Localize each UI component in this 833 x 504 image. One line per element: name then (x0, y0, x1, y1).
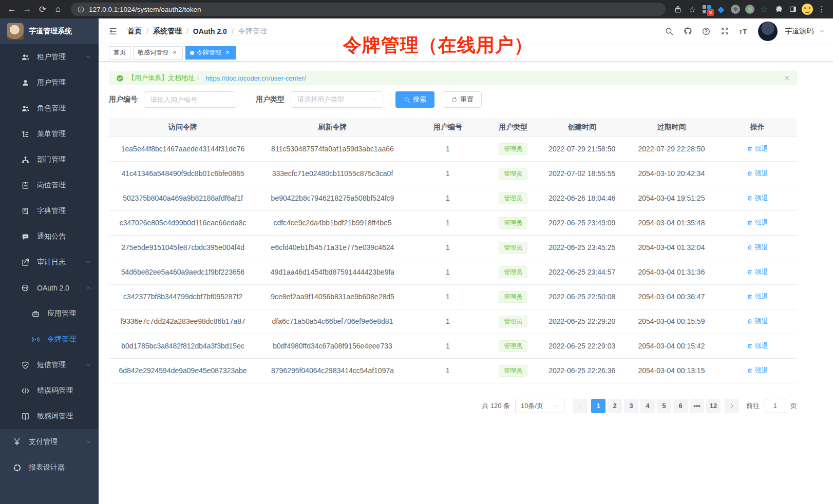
sidebar-item-menu[interactable]: 菜单管理 (0, 121, 99, 147)
audit-icon (21, 258, 30, 267)
browser-forward-button[interactable]: → (21, 3, 34, 16)
prev-page-button[interactable] (573, 399, 587, 413)
browser-menu-icon[interactable]: ⋮ (816, 3, 828, 15)
extensions-puzzle-icon[interactable] (772, 3, 785, 15)
page-button-2[interactable]: 2 (608, 399, 622, 413)
user-type-select[interactable]: 请选择用户类型 (291, 91, 383, 108)
sidebar-item-sensitive-word[interactable]: 敏感词管理 (0, 403, 99, 429)
breadcrumb-oauth2[interactable]: OAuth 2.0 (193, 27, 227, 35)
page-button-12[interactable]: 12 (706, 399, 721, 413)
sidebar-item-post[interactable]: 岗位管理 (0, 172, 99, 198)
force-logout-button[interactable]: 强退 (747, 267, 768, 277)
sidebar-item-audit-log[interactable]: 审计日志 (0, 249, 99, 275)
force-logout-button[interactable]: 强退 (747, 169, 768, 178)
sidebar-item-error-code[interactable]: 错误码管理 (0, 378, 99, 403)
sidebar-menu: 租户管理用户管理角色管理菜单管理部门管理岗位管理字典管理通知公告审计日志OAut… (0, 44, 99, 504)
page-button-6[interactable]: 6 (673, 399, 688, 413)
profile-avatar[interactable] (801, 3, 813, 15)
app-logo-bar[interactable]: 芋道管理系统 (0, 18, 99, 44)
sidebar-item-dept[interactable]: 部门管理 (0, 147, 99, 172)
page-info-icon[interactable] (77, 6, 85, 13)
user-menu-caret-icon[interactable] (819, 28, 825, 34)
next-page-button[interactable] (725, 399, 739, 413)
sidebar-item-dict[interactable]: 字典管理 (0, 198, 99, 224)
user-type-tag: 管理员 (499, 242, 527, 254)
notice-icon (21, 232, 30, 241)
sidebar-item-oauth2-token[interactable]: 令牌管理 (0, 326, 99, 352)
search-icon[interactable] (661, 24, 677, 39)
username[interactable]: 芋道源码 (785, 27, 813, 36)
force-logout-button[interactable]: 强退 (747, 366, 768, 375)
page-button-4[interactable]: 4 (640, 399, 655, 413)
avatar[interactable] (758, 22, 778, 41)
user-type-tag: 管理员 (499, 192, 527, 204)
cell-access-token: 1ea5e44f8bc1467aaede43144f31de76 (109, 137, 257, 161)
report-icon (12, 463, 22, 472)
extension-star-icon[interactable]: ☆ (758, 3, 770, 15)
browser-home-button[interactable]: ⌂ (51, 3, 65, 16)
page-size-select[interactable]: 10条/页 (515, 399, 564, 413)
goto-page-input[interactable] (765, 399, 785, 413)
sidebar-item-role[interactable]: 角色管理 (0, 95, 99, 121)
fullscreen-icon[interactable] (717, 24, 732, 39)
extension-record-icon[interactable] (744, 3, 756, 15)
breadcrumb-system[interactable]: 系统管理 (153, 27, 182, 36)
cell-user-type: 管理员 (487, 186, 539, 210)
sidebar-item-oauth2[interactable]: OAuth 2.0 (0, 275, 99, 301)
sidebar-item-user[interactable]: 用户管理 (0, 70, 99, 95)
tab-oauth2-token[interactable]: 令牌管理 ✕ (185, 46, 236, 60)
extension-circle-icon[interactable]: ✱ (729, 3, 742, 15)
share-button[interactable] (672, 3, 684, 15)
alert-link[interactable]: https://doc.iocoder.cn/user-center/ (205, 74, 306, 82)
font-size-icon[interactable]: TT (735, 24, 751, 39)
sidebar-item-sms[interactable]: 短信管理 (0, 352, 99, 378)
close-icon[interactable]: ✕ (224, 49, 231, 56)
sidebar-collapse-button[interactable] (106, 24, 120, 38)
column-header: 访问令牌 (109, 118, 257, 137)
force-logout-button[interactable]: 强退 (747, 144, 768, 153)
browser-reload-button[interactable]: ⟳ (36, 3, 49, 16)
github-icon[interactable] (680, 24, 695, 39)
extension-badge: 9 (707, 9, 714, 16)
chevron-down-icon (85, 439, 91, 445)
force-logout-button[interactable]: 强退 (747, 243, 768, 252)
breadcrumb-home[interactable]: 首页 (127, 27, 142, 36)
cell-action: 强退 (718, 284, 797, 309)
extension-grid-icon[interactable]: 9 (701, 3, 713, 15)
trash-icon (747, 367, 753, 374)
sidebar-item-pay[interactable]: 支付管理 (0, 429, 99, 455)
force-logout-button[interactable]: 强退 (747, 218, 768, 227)
page-button-1[interactable]: 1 (591, 399, 605, 413)
cell-access-token: b0d1785bc3a8482f812db4a3f3bd15ec (109, 334, 257, 358)
browser-address-bar[interactable]: 127.0.0.1:1024/system/oauth2/token (71, 3, 666, 16)
force-logout-button[interactable]: 强退 (747, 292, 768, 301)
browser-back-button[interactable]: ← (5, 3, 18, 16)
tab-home[interactable]: 首页 (109, 46, 130, 60)
page-button-3[interactable]: 3 (624, 399, 638, 413)
sidebar-item-report-designer[interactable]: 报表设计器 (0, 455, 99, 480)
close-icon[interactable]: ✕ (171, 49, 178, 56)
alert-close-icon[interactable]: ✕ (784, 74, 790, 82)
page-more-button[interactable]: ••• (690, 399, 704, 413)
sidebar-item-tenant[interactable]: 租户管理 (0, 44, 99, 70)
side-panel-icon[interactable] (787, 3, 799, 15)
sidebar-item-oauth2-app[interactable]: 应用管理 (0, 301, 99, 326)
top-navbar: 首页 / 系统管理 / OAuth 2.0 / 令牌管理 TT 芋道源码 (99, 18, 833, 44)
page-button-5[interactable]: 5 (657, 399, 671, 413)
breadcrumb-current: 令牌管理 (238, 27, 267, 36)
search-button[interactable]: 搜索 (395, 91, 434, 108)
reset-button[interactable]: 重置 (443, 91, 482, 108)
force-logout-button[interactable]: 强退 (747, 317, 768, 326)
cell-user-type: 管理员 (487, 260, 539, 284)
bookmark-star-icon[interactable]: ☆ (686, 3, 698, 15)
extension-diamond-icon[interactable]: ◆ (715, 3, 727, 15)
sidebar-item-notice[interactable]: 通知公告 (0, 224, 99, 249)
help-icon[interactable] (698, 24, 714, 39)
tab-sensitive-word[interactable]: 敏感词管理 ✕ (133, 46, 183, 60)
cell-created-time: 2022-06-25 23:49:09 (539, 210, 625, 235)
sidebar-item-label: 字典管理 (37, 206, 91, 216)
user-id-input[interactable] (144, 91, 236, 108)
cell-user-id: 1 (408, 358, 487, 383)
force-logout-button[interactable]: 强退 (747, 341, 768, 351)
force-logout-button[interactable]: 强退 (747, 193, 768, 203)
